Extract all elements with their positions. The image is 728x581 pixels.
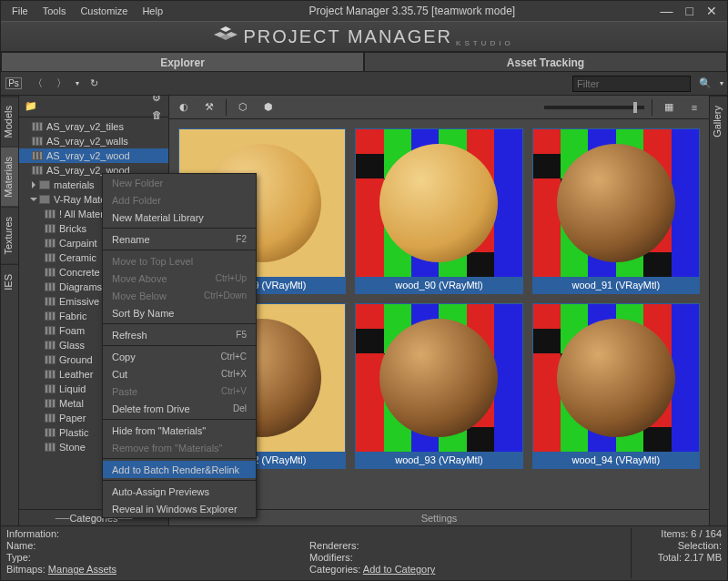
material-icon <box>45 326 56 335</box>
side-tabs-left: ModelsMaterialsTexturesIES <box>1 96 19 525</box>
gear-icon[interactable]: ⚙ <box>148 96 165 107</box>
search-icon[interactable]: 🔍 <box>696 75 714 93</box>
tree-item-label: Fabric <box>59 311 87 321</box>
material-icon <box>45 443 56 452</box>
tree-item-label: Paper <box>59 413 86 423</box>
side-tab-materials[interactable]: Materials <box>1 147 18 207</box>
titlebar: FileToolsCustomizeHelp Project Manager 3… <box>1 1 727 21</box>
material-icon <box>45 253 56 262</box>
material-icon <box>45 428 56 437</box>
maximize-button[interactable]: □ <box>680 4 700 18</box>
ctx-paste: PasteCtrl+V <box>103 382 256 400</box>
material-icon <box>32 137 43 146</box>
ctx-new-folder: New Folder <box>103 174 256 191</box>
tree-item-label: Concrete <box>59 267 100 278</box>
ctx-remove-from-materials-: Remove from "Materials" <box>103 439 256 456</box>
view-grid-icon[interactable]: ▦ <box>660 98 678 117</box>
tool3-icon[interactable]: ⬢ <box>259 98 278 117</box>
tree-item[interactable]: AS_vray_v2_tiles <box>19 119 168 134</box>
ctx-move-below: Move BelowCtrl+Down <box>103 287 256 304</box>
add-to-category-link[interactable]: Add to Category <box>363 564 436 575</box>
expander-icon[interactable] <box>30 198 37 201</box>
expander-icon[interactable] <box>32 181 35 189</box>
material-icon <box>45 370 56 379</box>
folder-icon <box>39 195 50 204</box>
thumb-toolbar: ◐ ⚒ ⬡ ⬢ ▦ ≡ <box>169 96 709 119</box>
tree-item[interactable]: AS_vray_v2_walls <box>19 134 168 148</box>
tree-item-label: Liquid <box>59 383 86 394</box>
tab-explorer[interactable]: Explorer <box>1 52 364 72</box>
material-icon <box>45 224 56 233</box>
tree-toolbar: 📁 ⚙ 🗑 <box>19 96 168 117</box>
filter-input[interactable] <box>572 76 691 92</box>
material-icon <box>45 239 56 248</box>
menu-tools[interactable]: Tools <box>35 4 74 18</box>
material-icon <box>45 297 56 306</box>
thumbnail-caption: wood_91 (VRayMtl) <box>533 277 699 293</box>
chevron-down-icon[interactable]: ▾ <box>76 79 79 87</box>
tool-icon[interactable]: ⚒ <box>200 98 218 117</box>
tool2-icon[interactable]: ⬡ <box>234 98 252 117</box>
minimize-button[interactable]: — <box>654 4 680 18</box>
thumb-size-slider[interactable] <box>544 106 644 109</box>
tab-asset-tracking[interactable]: Asset Tracking <box>364 52 727 72</box>
folder-icon <box>39 180 50 189</box>
side-tab-models[interactable]: Models <box>1 96 18 147</box>
ctx-copy[interactable]: CopyCtrl+C <box>103 348 256 365</box>
thumbnail[interactable]: wood_90 (VRayMtl) <box>355 128 522 294</box>
tree-item-label: AS_vray_v2_wood <box>46 150 130 161</box>
sphere-preview-icon[interactable]: ◐ <box>175 98 193 117</box>
info-header: Information: <box>6 528 116 539</box>
menu-help[interactable]: Help <box>135 4 170 18</box>
ctx-rename[interactable]: RenameF2 <box>103 230 256 248</box>
tree-item-label: Ceramic <box>59 252 96 263</box>
ctx-cut[interactable]: CutCtrl+X <box>103 365 256 382</box>
tree-item-label: AS_vray_v2_walls <box>46 136 128 147</box>
ctx-hide-from-materials-[interactable]: Hide from "Materials" <box>103 422 256 439</box>
thumbnail-caption: wood_94 (VRayMtl) <box>533 452 699 468</box>
tree-item[interactable]: AS_vray_v2_wood <box>19 148 168 163</box>
material-icon <box>45 341 56 350</box>
material-icon <box>45 268 56 277</box>
tree-item-label: Plastic <box>59 427 88 438</box>
ctx-reveal-in-windows-explorer[interactable]: Reveal in Windows Explorer <box>103 500 256 517</box>
side-tab-gallery[interactable]: Gallery <box>710 96 727 147</box>
logo-icon <box>214 26 238 46</box>
refresh-icon[interactable]: ↻ <box>85 75 103 93</box>
nav-forward-icon[interactable]: 〉 <box>52 75 70 93</box>
ctx-add-to-batch-render-relink[interactable]: Add to Batch Render&Relink <box>103 461 256 478</box>
ctx-move-to-top-level: Move to Top Level <box>103 252 256 270</box>
ps-icon[interactable]: Ps <box>5 75 23 93</box>
tree-item-label: Metal <box>59 398 84 409</box>
material-icon <box>45 282 56 291</box>
tree-item-label: Leather <box>59 369 93 380</box>
close-button[interactable]: ✕ <box>700 4 723 18</box>
menu-file[interactable]: File <box>5 4 35 18</box>
svg-marker-0 <box>220 26 231 32</box>
nav-back-icon[interactable]: 〈 <box>28 75 46 93</box>
ctx-auto-assign-previews[interactable]: Auto-Assign Previews <box>103 483 256 500</box>
folder-icon[interactable]: 📁 <box>23 98 39 115</box>
ctx-refresh[interactable]: RefreshF5 <box>103 326 256 343</box>
context-menu[interactable]: New FolderAdd FolderNew Material Library… <box>102 173 257 518</box>
tree-item-label: materials <box>54 179 95 190</box>
ctx-delete-from-drive[interactable]: Delete from DriveDel <box>103 400 256 417</box>
thumbnail[interactable]: wood_93 (VRayMtl) <box>355 303 522 469</box>
thumbnail[interactable]: wood_91 (VRayMtl) <box>532 128 700 294</box>
nav-toolbar: Ps 〈 〉 ▾ ↻ 🔍 ▾ <box>1 72 727 96</box>
material-icon <box>32 166 43 175</box>
side-tab-ies[interactable]: IES <box>1 264 18 300</box>
menu-customize[interactable]: Customize <box>73 4 135 18</box>
ctx-sort-by-name[interactable]: Sort By Name <box>103 304 256 321</box>
view-list-icon[interactable]: ≡ <box>685 98 703 117</box>
ctx-new-material-library[interactable]: New Material Library <box>103 209 256 226</box>
material-icon <box>45 355 56 364</box>
ctx-move-above: Move AboveCtrl+Up <box>103 270 256 287</box>
chevron-down-icon[interactable]: ▾ <box>720 79 723 87</box>
tree-item-label: Stone <box>59 442 86 453</box>
manage-assets-link[interactable]: Manage Assets <box>48 564 116 575</box>
side-tab-textures[interactable]: Textures <box>1 207 18 264</box>
side-tabs-right: Gallery <box>709 96 727 525</box>
thumbnail[interactable]: wood_94 (VRayMtl) <box>532 303 700 469</box>
material-icon <box>32 122 43 131</box>
